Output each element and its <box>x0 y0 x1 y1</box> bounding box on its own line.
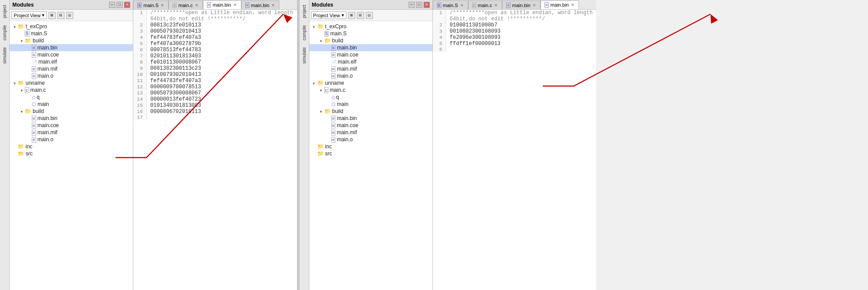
right-tree-container[interactable]: ▾📁t_exCpro Smain.S▾📁build ≡main.bin ≡mai… <box>309 21 432 290</box>
code-cell-4[interactable]: fef44783fef407a3 <box>147 34 297 41</box>
tab-main_bin_tab1_r[interactable]: ≡ main.bin ✕ <box>502 0 541 9</box>
vtab-compile-left[interactable]: compile <box>0 22 9 43</box>
code-cell-8[interactable]: fe01011300008067 <box>147 59 297 65</box>
code-cell-2[interactable]: 00813c23fe010113 <box>147 22 297 28</box>
left-toolbar-icon-3[interactable]: ◎ <box>66 12 73 19</box>
tree-item-build1[interactable]: ▾📁build <box>10 37 133 44</box>
code-cell-3[interactable]: 0005079302010413 <box>147 28 297 34</box>
code-cell-15[interactable]: 0101340301813083 <box>147 102 297 109</box>
tree-item-unname1_r[interactable]: ▾📁unname <box>309 79 432 87</box>
code-cell-0[interactable]: /**********open as Little endian, word l… <box>147 10 297 16</box>
tab-close-main_bin_tab1_r[interactable]: ✕ <box>532 3 537 8</box>
code-cell-11[interactable]: fef44783fef407a3 <box>147 78 297 84</box>
left-toolbar-icon-2[interactable]: ⊟ <box>57 12 64 19</box>
tree-item-main_coe2[interactable]: ≡main.coe <box>10 122 133 129</box>
tree-item-main_coe1_r[interactable]: ≡main.coe <box>309 51 432 58</box>
tree-item-main_func1[interactable]: ⬡main <box>10 101 133 108</box>
tree-item-q1[interactable]: ◇q <box>10 94 133 101</box>
left-code-editor[interactable]: 1/**********open as Little endian, word … <box>133 10 297 290</box>
code-cell-1[interactable]: 64bit,do not edit !**********/ <box>147 16 297 22</box>
code-cell-6[interactable] <box>446 47 597 52</box>
left-toolbar-icon-1[interactable]: ⊞ <box>49 12 56 19</box>
code-cell-1[interactable]: 64bit,do not edit !**********/ <box>446 16 597 22</box>
left-tree-container[interactable]: ▾📁t_exCpro Smain.S▾📁build ≡main.bin ≡mai… <box>10 21 133 290</box>
tree-item-src1[interactable]: 📁src <box>10 150 133 157</box>
tree-item-inc1_r[interactable]: 📁inc <box>309 143 432 150</box>
code-cell-2[interactable]: 0100011301000b7 <box>446 22 597 28</box>
tab-close-main_s_tab_r[interactable]: ✕ <box>460 3 464 8</box>
tree-item-t_excpro_r[interactable]: ▾📁t_exCpro <box>309 23 432 30</box>
code-cell-0[interactable]: /**********open as Little endian, word l… <box>446 10 597 16</box>
code-cell-3[interactable]: 0010802300108093 <box>446 28 597 34</box>
right-view-dropdown[interactable]: Project View ▾ <box>311 11 346 19</box>
tree-item-main_bin2_r[interactable]: ≡main.bin <box>309 115 432 122</box>
tree-item-main_mif2_r[interactable]: ≡main.mif <box>309 129 432 136</box>
tab-main_s_tab_r[interactable]: S main.S ✕ <box>433 0 468 9</box>
code-cell-16[interactable]: 0000806702010113 <box>147 109 297 115</box>
right-toolbar-icon-2[interactable]: ⊟ <box>357 12 364 19</box>
tree-item-build2_r[interactable]: ▾📁build <box>309 108 432 115</box>
right-toolbar-icon-1[interactable]: ⊞ <box>348 12 355 19</box>
right-restore-btn[interactable]: □ <box>416 2 422 8</box>
tree-item-t_excpro[interactable]: ▾📁t_exCpro <box>10 23 133 30</box>
tab-close-main_c_tab[interactable]: ✕ <box>195 3 199 8</box>
tab-close-main_bin_tab2[interactable]: ✕ <box>271 3 275 8</box>
right-toolbar-icon-3[interactable]: ◎ <box>366 12 373 19</box>
tree-item-main_mif1[interactable]: ≡main.mif <box>10 65 133 72</box>
tree-item-main_mif1_r[interactable]: ≡main.mif <box>309 65 432 72</box>
code-cell-4[interactable]: fe2096e300108093 <box>446 34 597 41</box>
tree-item-main_o2_r[interactable]: ≡main.o <box>309 136 432 143</box>
tree-item-main_o1[interactable]: ≡main.o <box>10 72 133 79</box>
left-restore-btn[interactable]: □ <box>116 2 123 8</box>
code-cell-9[interactable]: 0081382300113c23 <box>147 65 297 72</box>
tab-main_c_tab_r[interactable]: c main.c ✕ <box>468 0 502 9</box>
tab-main_bin_tab2[interactable]: ≡ main.bin ✕ <box>241 0 280 9</box>
tree-item-src1_r[interactable]: 📁src <box>309 150 432 157</box>
tree-item-main_func1_r[interactable]: ⬡main <box>309 101 432 108</box>
tree-item-build1_r[interactable]: ▾📁build <box>309 37 432 44</box>
tree-item-main_bin1[interactable]: ≡main.bin <box>10 44 133 51</box>
code-cell-5[interactable]: fef407a30027879b <box>147 41 297 47</box>
tree-item-main_coe1[interactable]: ≡main.coe <box>10 51 133 58</box>
tree-item-main_s_r[interactable]: Smain.S <box>309 30 432 37</box>
vtab-compile-right[interactable]: compile <box>300 22 308 43</box>
tree-item-q1_r[interactable]: ◇q <box>309 94 432 101</box>
tree-item-main_elf1_r[interactable]: 📄main.elf <box>309 58 432 65</box>
code-cell-17[interactable] <box>147 115 297 120</box>
tree-item-main_o2[interactable]: ≡main.o <box>10 136 133 143</box>
tree-item-main_coe2_r[interactable]: ≡main.coe <box>309 122 432 129</box>
code-cell-6[interactable]: 00078513fef44783 <box>147 47 297 53</box>
tab-close-main_c_tab_r[interactable]: ✕ <box>494 3 498 8</box>
tab-close-main_s_tab[interactable]: ✕ <box>160 3 165 8</box>
tree-item-main_s[interactable]: Smain.S <box>10 30 133 37</box>
left-close-btn[interactable]: ✕ <box>124 2 130 8</box>
code-cell-10[interactable]: 0010079302010413 <box>147 72 297 78</box>
tab-close-main_bin_tab2_r[interactable]: ✕ <box>571 3 575 7</box>
tree-item-inc1[interactable]: 📁inc <box>10 143 133 150</box>
code-cell-5[interactable]: ffdff1ef00000013 <box>446 41 597 47</box>
right-minimize-btn[interactable]: ─ <box>409 2 415 8</box>
vtab-simulate-left[interactable]: simulate <box>0 44 9 67</box>
left-view-dropdown[interactable]: Project View ▾ <box>11 11 47 19</box>
tree-item-main_c1_r[interactable]: ▾cmain.c <box>309 87 432 94</box>
tab-main_s_tab[interactable]: S main.S ✕ <box>133 0 169 9</box>
left-minimize-btn[interactable]: ─ <box>109 2 115 8</box>
vtab-project-right[interactable]: project <box>300 2 308 21</box>
tree-item-main_c1[interactable]: ▾cmain.c <box>10 87 133 94</box>
tab-main_bin_tab2_r[interactable]: ≡ main.bin ✕ <box>541 0 579 9</box>
tab-main_bin_tab1[interactable]: ≡ main.bin ✕ <box>203 0 241 9</box>
code-cell-13[interactable]: 0005079300008067 <box>147 90 297 96</box>
tab-main_c_tab[interactable]: c main.c ✕ <box>169 0 203 9</box>
tree-item-main_o1_r[interactable]: ≡main.o <box>309 72 432 79</box>
vtab-project-left[interactable]: project <box>0 2 9 21</box>
tab-close-main_bin_tab1[interactable]: ✕ <box>233 3 237 7</box>
tree-item-main_elf1[interactable]: 📄main.elf <box>10 58 133 65</box>
tree-item-main_mif2[interactable]: ≡main.mif <box>10 129 133 136</box>
tree-item-main_bin1_r[interactable]: ≡main.bin <box>309 44 432 51</box>
code-cell-12[interactable]: 0000009700078513 <box>147 84 297 90</box>
right-close-btn[interactable]: ✕ <box>424 2 430 8</box>
code-cell-14[interactable]: 00000013fef40723 <box>147 96 297 102</box>
tree-item-main_bin2[interactable]: ≡main.bin <box>10 115 133 122</box>
vtab-simulate-right[interactable]: simulate <box>300 44 308 67</box>
tree-item-build2[interactable]: ▾📁build <box>10 108 133 115</box>
